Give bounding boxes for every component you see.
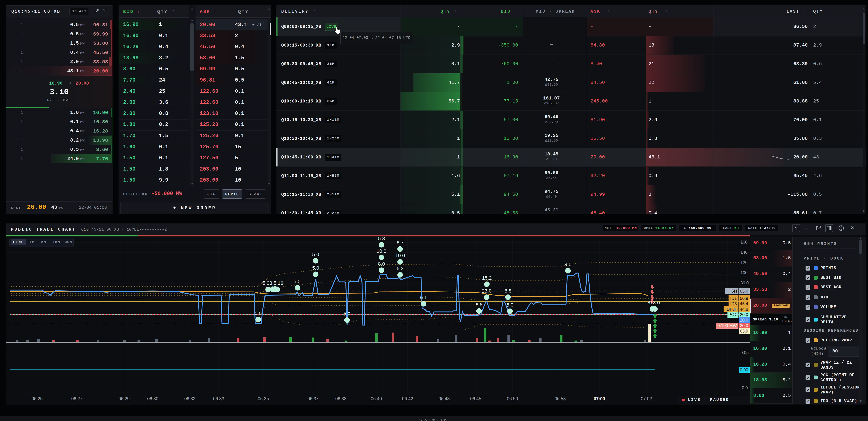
svg-text:5.8: 5.8 — [378, 236, 385, 241]
svg-text:15.2: 15.2 — [482, 275, 492, 281]
svg-text:8.8: 8.8 — [505, 288, 512, 293]
svg-text:6.3: 6.3 — [397, 266, 404, 271]
svg-text:23.0: 23.0 — [482, 288, 492, 293]
svg-text:10.0: 10.0 — [395, 253, 405, 258]
svg-text:5.0: 5.0 — [343, 311, 350, 316]
svg-text:10.0: 10.0 — [377, 248, 386, 254]
svg-text:9.0: 9.0 — [565, 262, 571, 267]
svg-text:8.0: 8.0 — [378, 261, 385, 266]
svg-text:6.7: 6.7 — [397, 240, 404, 246]
svg-text:5.0: 5.0 — [506, 302, 514, 308]
svg-text:6.1: 6.1 — [420, 295, 427, 300]
svg-text:5.0: 5.0 — [312, 252, 319, 257]
svg-text:813.0: 813.0 — [647, 300, 660, 305]
svg-text:5.08.5.16: 5.08.5.16 — [262, 280, 283, 286]
svg-text:5.0: 5.0 — [255, 310, 262, 316]
svg-text:5.0: 5.0 — [312, 265, 319, 271]
svg-text:5.0: 5.0 — [293, 279, 301, 284]
svg-text:6.8: 6.8 — [476, 302, 483, 308]
